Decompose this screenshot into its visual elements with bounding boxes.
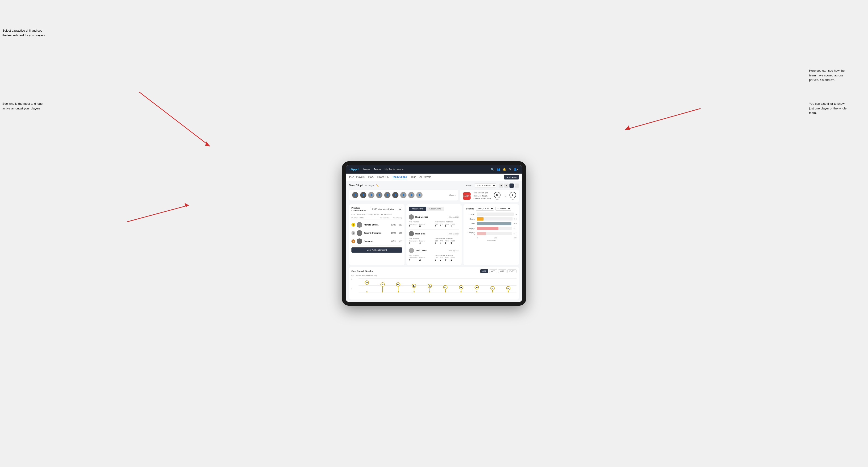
avatar-2[interactable]: 👤 (360, 192, 367, 198)
player-card-date-2: 02 Sep 2023 (448, 233, 459, 235)
subnav-hcaps[interactable]: Hcaps 1-5 (377, 175, 389, 179)
show-select[interactable]: Last 3 months Last 6 months Last year (475, 184, 496, 188)
birdies-bar (477, 217, 484, 220)
nav-link-performance[interactable]: My Performance (384, 167, 404, 171)
practice-stat-cols-1: OTT 0 APP 0 ARG 0 (435, 223, 459, 228)
grid-icon[interactable]: ⊞ (499, 184, 503, 188)
streak-dot-2: 6x (375, 282, 390, 292)
leaderboard-row-3: 3 Cameron... 17/20 103 (351, 237, 402, 246)
lb-name-1: Richard Butler... (364, 224, 390, 226)
player-card-name-2: Rees Britt (415, 232, 447, 235)
bell-icon[interactable]: 🔔 (503, 168, 506, 171)
lb-avg-2: 107 (399, 232, 402, 234)
putt-col-2: PUTT 0 (451, 240, 455, 244)
ott-col-2: OTT 0 (435, 240, 438, 244)
nav-links: Home Teams My Performance (363, 167, 491, 171)
eagles-bar-wrap (477, 213, 514, 216)
nav-icons: 🔍 👥 🔔 ⚙ 👤▾ (491, 168, 519, 171)
subnav-pgat[interactable]: PGAT Players (349, 175, 365, 179)
tab-least-active[interactable]: Least Active (426, 207, 444, 211)
ott-label-2: OTT (435, 240, 438, 242)
tournament-value-1: 7 (409, 225, 417, 228)
view-icons: ⊞ ⊟ ☰ ↕ (499, 184, 519, 188)
avatar-7[interactable]: 👤 (400, 192, 407, 198)
lb-score-1: 19/20 (391, 224, 396, 226)
chart-row-pars: Pars 499 (466, 222, 517, 225)
dbogeys-value: 131 (514, 232, 517, 235)
arg-col-3: ARG 0 (445, 257, 448, 261)
arg-label-3: ARG (445, 257, 448, 258)
people-icon[interactable]: 👥 (497, 168, 500, 171)
sub-nav-links: PGAT Players PGA Hcaps 1-5 Team Clippd T… (349, 175, 504, 179)
practice-stat-cols-3: OTT 0 APP 0 ARG 0 (435, 257, 459, 261)
streaks-section: Best Round Streaks OTT APP ARG PUTT Off … (349, 267, 519, 300)
rounds-stat-cols-1: Tournament 7 Practice 6 (409, 223, 433, 228)
tournament-value-2: 8 (409, 242, 417, 244)
svg-line-0 (139, 92, 210, 146)
streak-y-axis: 8 4 (351, 278, 359, 297)
practice-label-1: Practice (420, 223, 425, 225)
players-label: Players (449, 194, 456, 196)
grid2-icon[interactable]: ⊟ (504, 184, 508, 188)
streaks-tab-app[interactable]: APP (489, 269, 497, 273)
player-card-avatar-2 (409, 231, 414, 236)
sub-nav: PGAT Players PGA Hcaps 1-5 Team Clippd T… (346, 174, 522, 181)
subnav-tour[interactable]: Tour (411, 175, 415, 179)
search-icon[interactable]: 🔍 (491, 168, 494, 171)
player-card-2-header: Rees Britt 02 Sep 2023 (409, 231, 460, 236)
settings-icon[interactable]: ⚙ (508, 168, 511, 171)
avatar-4[interactable]: 👤 (376, 192, 382, 198)
streaks-tab-arg[interactable]: ARG (498, 269, 506, 273)
sort-icon[interactable]: ↕ (515, 184, 519, 188)
nav-link-home[interactable]: Home (363, 167, 370, 171)
practice-label-2: Practice (420, 240, 425, 242)
avatar-9[interactable]: 👤 (416, 192, 423, 198)
subnav-team-clippd[interactable]: Team Clippd (393, 175, 407, 179)
tournament-col-1: Tournament 7 (409, 223, 417, 228)
avatar-8[interactable]: 👤 (408, 192, 415, 198)
streaks-tab-ott[interactable]: OTT (480, 269, 488, 273)
add-team-button[interactable]: Add Team (504, 175, 519, 180)
player-stats-3: Total Rounds Tournament 7 Practice 2 (409, 254, 460, 261)
team-name: Team Clippd (349, 184, 363, 187)
birdies-bar-wrap (477, 217, 513, 220)
avatar-6[interactable]: 👤 (392, 192, 399, 198)
list-icon[interactable]: ☰ (509, 184, 514, 188)
streaks-tab-putt[interactable]: PUTT (507, 269, 517, 273)
streak-dot-9: 3x (485, 286, 500, 292)
edit-icon[interactable]: ✏️ (376, 184, 379, 187)
subnav-pga[interactable]: PGA (368, 175, 374, 179)
avatar-5[interactable]: 👤 (384, 192, 391, 198)
arg-col-2: ARG 0 (445, 240, 448, 244)
subnav-all-players[interactable]: All Players (420, 175, 431, 179)
total-rounds-label-1: Total Rounds (409, 221, 433, 223)
avatar-3[interactable]: 👤 (368, 192, 375, 198)
avatar-1[interactable]: 👤 (352, 192, 359, 198)
lb-avatar-3 (356, 239, 362, 244)
shot-arrow-icon: → (503, 194, 507, 198)
view-leaderboard-button[interactable]: View Full Leaderboard (351, 247, 402, 253)
ott-label-1: OTT (435, 223, 438, 225)
chart-footer: Total Shots (466, 240, 517, 242)
scoring-card: Scoring Par 3, 4 & 5s Par 3s Par 4s Par … (464, 204, 519, 265)
main-content: Team Clippd 14 Players ✏️ Show: Last 3 m… (346, 181, 522, 302)
nav-link-teams[interactable]: Teams (374, 167, 381, 171)
practice-activities-label-3: Total Practice Activities (435, 254, 459, 256)
tournament-label-3: Tournament (409, 257, 417, 258)
arg-col-1: ARG 0 (445, 223, 448, 228)
arg-value-3: 0 (445, 258, 448, 261)
lb-score-2: 18/20 (391, 232, 396, 234)
player-card-3-header: Josh Coles 26 Aug 2023 (409, 248, 460, 253)
leaderboard-drill-select[interactable]: PUTT Must Make Putting ... (370, 207, 402, 211)
tournament-col-2: Tournament 8 (409, 240, 417, 244)
annotation-bottom-left: See who is the most and least active amo… (2, 101, 54, 111)
activity-tabs: Most Active Least Active (409, 207, 460, 211)
scoring-par-select[interactable]: Par 3, 4 & 5s Par 3s Par 4s Par 5s (476, 207, 494, 211)
scoring-player-select[interactable]: All Players (495, 207, 512, 211)
tournament-value-3: 7 (409, 258, 417, 261)
app-label-1: APP (440, 223, 443, 225)
rank-badge-2: 2 (351, 231, 355, 235)
user-icon[interactable]: 👤▾ (514, 168, 519, 171)
tab-most-active[interactable]: Most Active (409, 207, 426, 211)
streaks-subtitle: Off The Tee, Fairway Accuracy (351, 274, 517, 276)
